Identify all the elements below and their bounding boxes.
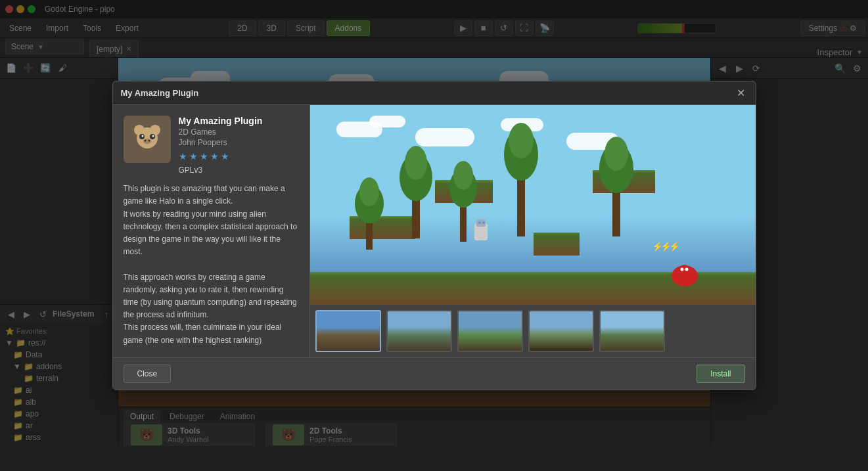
- screenshot-cloud-3: [415, 128, 474, 146]
- screenshot-platform-2: [435, 180, 493, 203]
- modal-overlay: My Amazing Plugin ✕: [0, 0, 868, 471]
- svg-point-32: [141, 135, 143, 137]
- thumbnail-2[interactable]: [386, 310, 452, 352]
- svg-point-61: [680, 268, 683, 271]
- thumbnail-5[interactable]: [599, 310, 665, 352]
- plugin-title: My Amazing Plugin: [179, 116, 263, 126]
- star-1: ★: [179, 151, 187, 162]
- description-para-2: This approach works by creating a game r…: [124, 271, 299, 347]
- svg-point-62: [685, 268, 688, 271]
- thumbnail-4[interactable]: [528, 310, 594, 352]
- description-para-1: This plugin is so amazing that you can m…: [124, 183, 299, 258]
- svg-point-47: [504, 128, 538, 181]
- star-5: ★: [221, 151, 229, 162]
- screenshot-platform-3: [534, 233, 580, 256]
- plugin-meta: My Amazing Plugin 2D Games John Poopers …: [179, 116, 263, 175]
- thumbnail-3[interactable]: [457, 310, 523, 352]
- plugin-stars: ★ ★ ★ ★ ★: [179, 151, 263, 162]
- modal-close-button[interactable]: ✕: [735, 87, 748, 100]
- plugin-modal: My Amazing Plugin ✕: [112, 81, 756, 390]
- modal-right-panel: ⚡ ⚡ ⚡: [310, 105, 756, 357]
- svg-point-34: [143, 139, 151, 144]
- svg-point-35: [144, 140, 146, 142]
- modal-title-bar: My Amazing Plugin ✕: [113, 81, 756, 105]
- screenshot-ground: [310, 272, 756, 305]
- thumbnail-1[interactable]: [315, 310, 381, 352]
- screenshot-platform-4: [593, 170, 655, 193]
- install-button[interactable]: Install: [697, 365, 744, 383]
- modal-body: My Amazing Plugin 2D Games John Poopers …: [113, 105, 756, 357]
- svg-point-54: [478, 221, 481, 224]
- screenshot-cloud-5: [566, 133, 619, 150]
- plugin-author-name: John Poopers: [179, 138, 263, 147]
- svg-point-39: [359, 177, 379, 206]
- svg-point-42: [405, 146, 427, 180]
- svg-rect-52: [474, 223, 488, 240]
- star-4: ★: [210, 151, 219, 162]
- modal-left-panel: My Amazing Plugin 2D Games John Poopers …: [113, 105, 310, 357]
- screenshot-cloud-2: [369, 116, 405, 127]
- svg-point-33: [152, 135, 154, 137]
- screenshot-platform-1: [350, 216, 415, 239]
- plugin-logo-svg: [127, 120, 167, 159]
- close-modal-button[interactable]: Close: [124, 365, 171, 383]
- svg-text:⚡: ⚡: [652, 241, 664, 252]
- svg-point-29: [150, 125, 160, 135]
- plugin-logo: [124, 116, 171, 163]
- plugin-header: My Amazing Plugin 2D Games John Poopers …: [124, 116, 299, 175]
- svg-point-36: [148, 140, 150, 142]
- svg-rect-53: [476, 219, 486, 227]
- plugin-description: This plugin is so amazing that you can m…: [124, 183, 299, 346]
- svg-text:⚡: ⚡: [660, 241, 672, 252]
- plugin-category: 2D Games: [179, 127, 263, 137]
- svg-point-55: [482, 221, 485, 224]
- star-2: ★: [189, 151, 198, 162]
- screenshot-cloud-4: [501, 118, 543, 131]
- modal-title: My Amazing Plugin: [121, 88, 199, 98]
- svg-point-28: [134, 125, 145, 135]
- modal-footer: Close Install: [113, 357, 756, 390]
- svg-point-41: [400, 154, 432, 201]
- modal-screenshot: ⚡ ⚡ ⚡: [310, 105, 756, 304]
- thumbnail-row: [310, 305, 756, 357]
- svg-text:⚡: ⚡: [669, 241, 681, 252]
- plugin-license: GPLv3: [179, 166, 263, 175]
- star-3: ★: [200, 151, 208, 162]
- svg-rect-46: [517, 158, 525, 236]
